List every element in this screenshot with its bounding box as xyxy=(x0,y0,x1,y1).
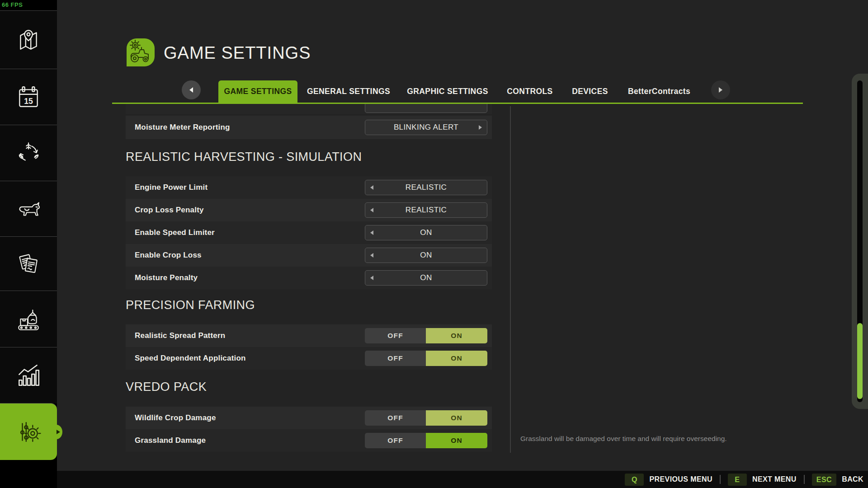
scrollbar-thumb[interactable] xyxy=(857,323,863,399)
key-action-next-menu: NEXT MENU xyxy=(752,475,797,483)
setting-label: Grassland Damage xyxy=(135,429,206,452)
key-action-previous-menu: PREVIOUS MENU xyxy=(649,475,712,483)
sidebar-item-animals[interactable] xyxy=(0,181,57,237)
tab-devices[interactable]: DEVICES xyxy=(572,80,608,103)
toggle-off-button[interactable]: OFF xyxy=(365,433,426,448)
tab-general-settings[interactable]: GENERAL SETTINGS xyxy=(307,80,390,103)
setting-row-enable-crop-loss: Enable Crop LossON xyxy=(126,244,492,267)
setting-label: Realistic Spread Pattern xyxy=(135,324,225,347)
option-selector-enable-speed-limiter[interactable]: ON xyxy=(365,225,487,240)
sidebar-item-settings[interactable] xyxy=(0,403,57,460)
tab-game-settings[interactable]: GAME SETTINGS xyxy=(218,80,297,103)
statistics-icon xyxy=(15,362,42,389)
sidebar-item-production[interactable] xyxy=(0,291,57,347)
section-title-vredo-pack: VREDO PACK xyxy=(126,380,207,394)
partially-visible-row xyxy=(126,104,492,114)
setting-label: Engine Power Limit xyxy=(135,176,208,199)
svg-text:15: 15 xyxy=(24,97,33,106)
sidebar-item-calendar[interactable]: 15 xyxy=(0,69,57,125)
game-settings-screen: 66 FPS 15 GAME SETTINGS GAME SETTINGSGEN… xyxy=(0,0,868,488)
active-item-arrow-icon xyxy=(57,430,60,434)
calendar-icon: 15 xyxy=(15,84,42,110)
tab-bettercontracts[interactable]: BetterContracts xyxy=(628,80,690,103)
tab-graphic-settings[interactable]: GRAPHIC SETTINGS xyxy=(407,80,488,103)
setting-label: Enable Speed Limiter xyxy=(135,221,215,244)
section-title-precision-farming: PRECISION FARMING xyxy=(126,298,255,312)
setting-row-realistic-spread-pattern: Realistic Spread PatternOFFON xyxy=(126,324,492,347)
setting-row-wildlife-crop-damage: Wildlife Crop DamageOFFON xyxy=(126,407,492,429)
option-value: REALISTIC xyxy=(365,203,487,217)
settings-icon xyxy=(15,419,42,445)
setting-row-enable-speed-limiter: Enable Speed LimiterON xyxy=(126,221,492,244)
toggle-grassland-damage: OFFON xyxy=(365,433,487,448)
option-selector-enable-crop-loss[interactable]: ON xyxy=(365,248,487,263)
setting-row-crop-loss-penalty: Crop Loss PenaltyREALISTIC xyxy=(126,199,492,221)
partially-visible-option-control[interactable] xyxy=(365,104,487,113)
key-hint-separator xyxy=(720,475,721,484)
setting-label: Moisture Meter Reporting xyxy=(135,116,230,139)
key-badge-esc: ESC xyxy=(812,474,836,486)
key-action-back: BACK xyxy=(842,475,863,483)
setting-label: Speed Dependent Application xyxy=(135,347,246,370)
sidebar-item-map[interactable] xyxy=(0,10,57,69)
chevron-left-icon xyxy=(189,87,193,93)
setting-label: Crop Loss Penalty xyxy=(135,199,204,221)
page-title: GAME SETTINGS xyxy=(164,43,311,63)
toggle-on-button[interactable]: ON xyxy=(426,328,487,343)
crop-rotation-icon xyxy=(15,140,42,166)
option-value: ON xyxy=(365,248,487,263)
fps-counter: 66 FPS xyxy=(2,1,23,8)
option-selector-engine-power-limit[interactable]: REALISTIC xyxy=(365,180,487,195)
key-badge-e: E xyxy=(728,474,747,486)
option-selector-crop-loss-penalty[interactable]: REALISTIC xyxy=(365,202,487,218)
option-value: ON xyxy=(365,271,487,285)
key-hint-separator xyxy=(804,475,805,484)
setting-label: Enable Crop Loss xyxy=(135,244,202,267)
option-selector-moisture-penalty[interactable]: ON xyxy=(365,270,487,286)
section-title-realistic-harvesting-simulation: REALISTIC HARVESTING - SIMULATION xyxy=(126,150,362,164)
setting-label: Moisture Penalty xyxy=(135,267,198,289)
option-next-arrow-icon[interactable] xyxy=(479,125,482,130)
toggle-off-button[interactable]: OFF xyxy=(365,328,426,343)
toggle-wildlife-crop-damage: OFFON xyxy=(365,410,487,426)
production-icon xyxy=(15,306,42,333)
option-value: BLINKING ALERT xyxy=(365,120,487,135)
chevron-right-icon xyxy=(719,87,722,93)
scrollbar xyxy=(852,74,868,409)
option-value: ON xyxy=(365,225,487,240)
toggle-on-button[interactable]: ON xyxy=(426,433,487,448)
toggle-off-button[interactable]: OFF xyxy=(365,351,426,366)
sidebar-item-contracts[interactable] xyxy=(0,236,57,291)
game-settings-icon xyxy=(127,38,155,66)
setting-row-moisture-penalty: Moisture PenaltyON xyxy=(126,267,492,289)
key-badge-q: Q xyxy=(625,474,644,486)
toggle-speed-dependent-application: OFFON xyxy=(365,351,487,366)
setting-row-grassland-damage: Grassland DamageOFFON xyxy=(126,429,492,452)
map-icon xyxy=(15,27,42,53)
tabs-scroll-left-button[interactable] xyxy=(182,80,201,99)
setting-row-engine-power-limit: Engine Power LimitREALISTIC xyxy=(126,176,492,199)
help-panel-divider xyxy=(510,106,511,453)
option-value: REALISTIC xyxy=(365,180,487,195)
setting-row-speed-dependent-application: Speed Dependent ApplicationOFFON xyxy=(126,347,492,370)
toggle-off-button[interactable]: OFF xyxy=(365,410,426,426)
sidebar: 66 FPS 15 xyxy=(0,0,57,488)
toggle-on-button[interactable]: ON xyxy=(426,351,487,366)
key-hints-bar: QPREVIOUS MENUENEXT MENUESCBACK xyxy=(0,471,868,488)
animals-icon xyxy=(15,196,42,222)
option-selector-moisture-meter-reporting[interactable]: BLINKING ALERT xyxy=(365,120,487,135)
sidebar-item-crop-rotation[interactable] xyxy=(0,125,57,181)
contracts-icon xyxy=(15,251,42,277)
tabs-scroll-right-button[interactable] xyxy=(711,80,730,99)
toggle-realistic-spread-pattern: OFFON xyxy=(365,328,487,343)
setting-row-moisture-meter-reporting: Moisture Meter ReportingBLINKING ALERT xyxy=(126,116,492,139)
tab-controls[interactable]: CONTROLS xyxy=(507,80,552,103)
setting-help-text: Grassland will be damaged over time and … xyxy=(520,435,846,443)
sidebar-item-statistics[interactable] xyxy=(0,347,57,404)
setting-label: Wildlife Crop Damage xyxy=(135,407,216,429)
toggle-on-button[interactable]: ON xyxy=(426,410,487,426)
